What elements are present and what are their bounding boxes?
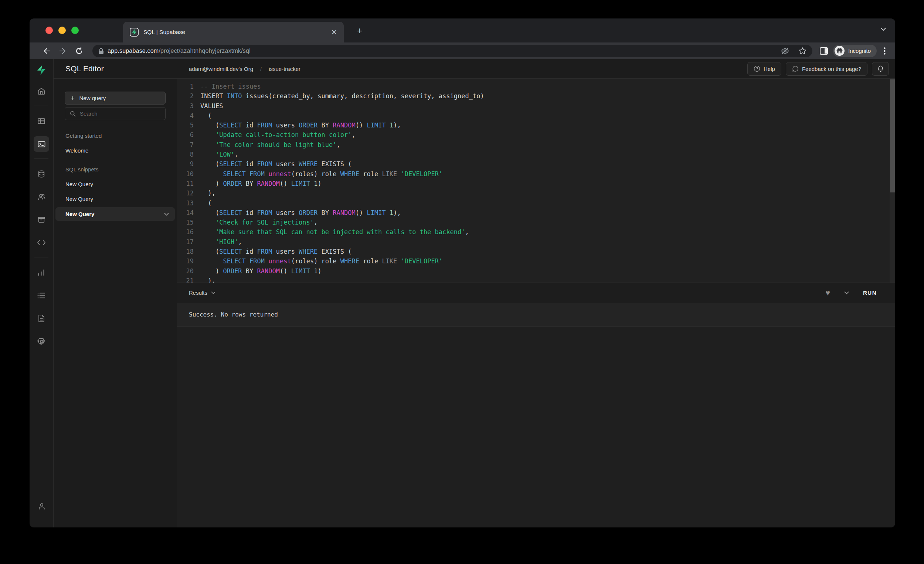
new-query-button-label: New query [80,95,106,101]
code-line[interactable]: 20 ) ORDER BY RANDOM() LIMIT 1) [177,266,895,276]
sql-code-editor[interactable]: 1-- Insert issues2INSERT INTO issues(cre… [177,79,895,283]
help-button[interactable]: Help [747,62,782,76]
nav-divider [34,257,48,257]
database-icon[interactable] [34,166,49,182]
line-number: 6 [177,130,197,140]
minimize-window-button[interactable] [58,27,66,34]
reload-icon[interactable] [73,45,85,57]
code-line[interactable]: 11 ) ORDER BY RANDOM() LIMIT 1) [177,179,895,188]
docs-icon[interactable] [34,311,49,326]
line-number: 11 [177,179,197,188]
search-input[interactable] [80,111,160,117]
code-text: ), [197,276,216,283]
editor-scrollbar[interactable] [890,79,895,283]
sidebar-item-new-query-2[interactable]: New Query [54,196,177,202]
code-line[interactable]: 2INSERT INTO issues(created_by, summary,… [177,91,895,101]
run-options-chevron-icon[interactable] [844,292,849,295]
code-line[interactable]: 1-- Insert issues [177,82,895,91]
results-bar: Results ♥ RUN [177,283,895,303]
back-icon[interactable] [40,45,52,57]
line-number: 12 [177,188,197,198]
breadcrumb-project[interactable]: issue-tracker [269,66,300,72]
sidebar-item-new-query-selected[interactable]: New Query [56,207,175,221]
notifications-button[interactable] [872,62,889,76]
code-line[interactable]: 3VALUES [177,101,895,111]
code-line[interactable]: 13 ( [177,198,895,208]
reports-icon[interactable] [34,265,49,280]
code-line[interactable]: 6 'Update call-to-action button color', [177,130,895,140]
page-title: SQL Editor [65,64,104,73]
line-number: 18 [177,247,197,256]
code-line[interactable]: 21 ), [177,276,895,283]
sql-editor-icon[interactable] [34,136,49,152]
code-line[interactable]: 14 (SELECT id FROM users ORDER BY RANDOM… [177,208,895,218]
settings-icon[interactable] [34,334,49,349]
supabase-favicon [130,28,139,37]
code-line[interactable]: 8 'LOW', [177,150,895,159]
code-text: ) ORDER BY RANDOM() LIMIT 1) [197,179,321,188]
forward-icon[interactable] [57,45,69,57]
supabase-logo[interactable] [36,64,47,75]
line-number: 7 [177,140,197,150]
favorite-icon[interactable]: ♥ [826,289,830,296]
feedback-button-label: Feedback on this page? [802,66,861,72]
code-line[interactable]: 15 'Check for SQL injections', [177,218,895,227]
line-number: 20 [177,266,197,276]
line-number: 1 [177,82,197,91]
auth-icon[interactable] [34,189,49,205]
code-line[interactable]: 7 'The color should be light blue', [177,140,895,150]
line-number: 10 [177,169,197,179]
code-line[interactable]: 9 (SELECT id FROM users WHERE EXISTS ( [177,159,895,169]
side-panel-icon[interactable] [818,45,830,57]
code-text: ), [197,188,216,198]
url-domain: app.supabase.com [108,48,159,54]
code-text: SELECT FROM unnest(roles) role WHERE rol… [197,256,442,266]
code-line[interactable]: 12 ), [177,188,895,198]
home-icon[interactable] [34,84,49,99]
star-icon[interactable] [799,47,807,55]
feedback-button[interactable]: Feedback on this page? [786,62,867,76]
zoom-window-button[interactable] [71,27,79,34]
code-line[interactable]: 17 'HIGH', [177,237,895,247]
close-window-button[interactable] [45,27,53,34]
account-icon[interactable] [34,499,50,514]
chevron-down-icon[interactable] [164,213,169,216]
storage-icon[interactable] [34,212,49,227]
breadcrumb-separator: / [260,66,262,72]
scrollbar-thumb[interactable] [890,79,895,192]
new-tab-icon[interactable]: + [354,25,365,36]
breadcrumb-org[interactable]: adam@windmill.dev's Org [189,66,253,72]
close-tab-icon[interactable]: ✕ [331,29,337,36]
code-line[interactable]: 19 SELECT FROM unnest(roles) role WHERE … [177,256,895,266]
code-text: 'The color should be light blue', [197,140,340,150]
browser-tab[interactable]: SQL | Supabase ✕ [123,22,344,42]
line-number: 2 [177,91,197,101]
code-line[interactable]: 4 ( [177,111,895,120]
code-text: 'Check for SQL injections', [197,218,318,227]
table-editor-icon[interactable] [34,114,49,129]
eye-off-icon[interactable] [781,47,789,55]
api-icon[interactable] [34,235,49,250]
code-line[interactable]: 16 'Make sure that SQL can not be inject… [177,227,895,237]
sql-editor-sidebar: SQL Editor + New query Getting started W [54,59,177,527]
sidebar-item-label: New Query [65,211,94,217]
search-box[interactable] [64,107,166,120]
code-text: (SELECT id FROM users ORDER BY RANDOM() … [197,208,401,218]
sidebar-item-welcome[interactable]: Welcome [54,147,177,154]
code-line[interactable]: 10 SELECT FROM unnest(roles) role WHERE … [177,169,895,179]
sidebar-item-new-query-1[interactable]: New Query [54,181,177,187]
tab-search-icon[interactable] [880,27,886,31]
results-dropdown[interactable]: Results [189,290,216,296]
line-number: 8 [177,150,197,159]
incognito-icon [834,46,844,56]
code-line[interactable]: 18 (SELECT id FROM users WHERE EXISTS ( [177,247,895,256]
code-line[interactable]: 5 (SELECT id FROM users ORDER BY RANDOM(… [177,120,895,130]
line-number: 4 [177,111,197,120]
url-bar[interactable]: app.supabase.com/project/azahtnhqohyjerz… [92,45,812,57]
nav-divider [34,159,48,159]
kebab-menu-icon[interactable] [879,45,890,57]
logs-icon[interactable] [34,288,49,303]
new-query-button[interactable]: + New query [64,91,166,105]
run-button[interactable]: RUN [863,290,877,296]
url-path: /project/azahtnhqohyjerzaxtmk/sql [159,48,250,54]
